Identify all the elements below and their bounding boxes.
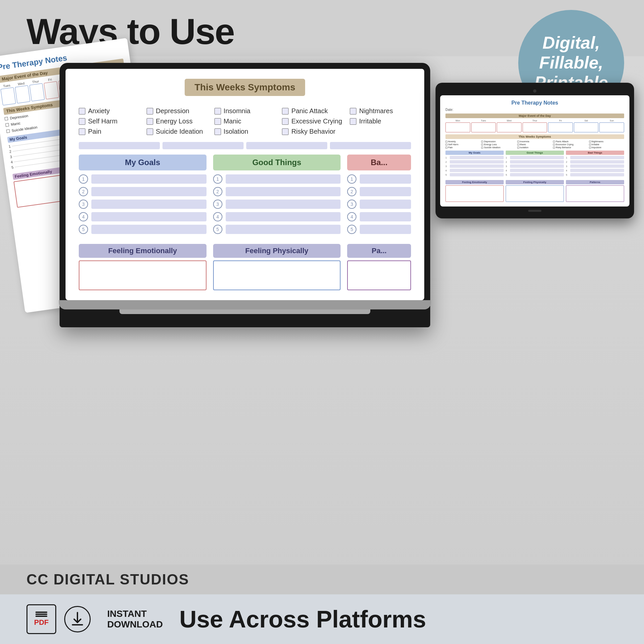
tablet-camera — [533, 89, 536, 93]
footer-bar: PDF INSTANT DOWNLOAD Use Across Platform… — [0, 594, 644, 644]
tablet-symptom-isolation: Isolation — [517, 146, 552, 149]
laptop-symptom-excessive-crying: Excessive Crying — [282, 117, 343, 125]
laptop-good-row-2: 2 — [213, 187, 341, 196]
bottom-section: CC DIGITAL STUDIOS — [0, 565, 644, 594]
laptop-bad-row-2: 2 — [347, 187, 411, 196]
laptop-feeling-row: Feeling Emotionally Feeling Physically P… — [79, 244, 411, 290]
paper-day-wed: Wed — [14, 81, 30, 104]
tablet-day-thur: Thur — [523, 119, 547, 132]
main-container: Ways to Use Digital,Fillable,Printable P… — [0, 0, 644, 644]
laptop-good-things-header: Good Things — [213, 155, 341, 170]
laptop-symptoms-title: This Weeks Symptoms — [185, 79, 305, 96]
tablet-feeling-physically-box — [506, 185, 564, 202]
laptop-goals-row-1: 1 — [79, 174, 207, 184]
pdf-icon-text: PDF — [34, 618, 49, 627]
laptop-feeling-emotionally-box — [79, 260, 207, 290]
download-label: DOWNLOAD — [107, 619, 163, 630]
laptop-feeling-physically-col: Feeling Physically — [213, 244, 341, 290]
tablet-symptom-depression: Depression — [481, 140, 516, 143]
download-icon — [64, 606, 91, 632]
tablet-symptom-nightmares: Nightmares — [589, 140, 624, 143]
laptop-symptom-manic: Manic — [214, 117, 276, 125]
tablet-bad-things-col: Bad Things 1 2 3 4 5 — [566, 151, 624, 177]
brand-name: CC DIGITAL STUDIOS — [26, 571, 618, 588]
pdf-icon: PDF — [26, 604, 56, 634]
content-area: Pre Therapy Notes Major Event of the Day… — [0, 56, 644, 565]
tablet-good-things-header: Good Things — [506, 151, 564, 155]
laptop-symptom-irritable: Irritable — [350, 117, 411, 125]
laptop-patterns-header: Pa... — [347, 244, 411, 258]
laptop-symptom-panic-attack: Panic Attack — [282, 107, 343, 115]
laptop-good-row-3: 3 — [213, 200, 341, 209]
tablet-symptoms-grid: Anxiety Depression Insomnia Panic Attack… — [445, 140, 624, 149]
page-title: Ways to Use — [26, 13, 234, 50]
tablet-good-things-col: Good Things 1 2 3 4 5 — [506, 151, 564, 177]
laptop-patterns-box — [347, 260, 411, 290]
tablet-title: Pre Therapy Notes — [445, 100, 624, 106]
laptop-goals-row-5: 5 — [79, 225, 207, 234]
tablet-my-goals-header: My Goals — [445, 151, 504, 155]
tablet-day-fri: Fri — [548, 119, 573, 132]
tablet-symptoms-header: This Weeks Symptoms — [445, 134, 624, 139]
laptop-bad-row-5: 5 — [347, 225, 411, 234]
laptop-symptom-anxiety: Anxiety — [79, 107, 140, 115]
laptop-screen-inner: This Weeks Symptoms Anxiety Depression I… — [66, 69, 424, 300]
tablet-symptom-energyloss: Energy Loss — [481, 143, 516, 146]
laptop-good-row-1: 1 — [213, 174, 341, 184]
tablet-symptom-risky: Risky Behavior — [553, 146, 588, 149]
tablet-feeling-physically-col: Feeling Physically — [506, 180, 564, 202]
laptop-bad-things-col: Ba... 1 2 3 4 5 — [347, 155, 411, 237]
download-svg — [69, 611, 86, 627]
tablet-outer: Pre Therapy Notes Date: Major Event of t… — [436, 83, 634, 218]
tablet-goals-cols: My Goals 1 2 3 4 5 Good Things 1 2 3 — [445, 151, 624, 177]
tablet-symptom-insomnia: Insomnia — [517, 140, 552, 143]
tablet-symptom-impulsive: Impulsive — [589, 146, 624, 149]
tablet-symptom-pain: Pain — [445, 146, 481, 149]
laptop-bad-row-4: 4 — [347, 212, 411, 221]
laptop-base-bottom — [119, 309, 371, 314]
tablet-day-sat: Sat — [574, 119, 599, 132]
pdf-icon-lines — [35, 612, 47, 617]
tablet-feeling-emotionally-box — [445, 185, 504, 202]
laptop-my-goals-col: My Goals 1 2 3 4 5 — [79, 155, 207, 237]
laptop-feeling-physically-box — [213, 260, 341, 290]
tablet-patterns-col: Patterns — [566, 180, 624, 202]
laptop-screen-outer: This Weeks Symptoms Anxiety Depression I… — [60, 63, 430, 327]
laptop-base — [59, 300, 431, 309]
paper-day-tues: Tues — [0, 83, 16, 106]
laptop-symptoms-grid: Anxiety Depression Insomnia Panic Attack… — [79, 107, 411, 135]
tablet-symptom-panic: Panic Attack — [553, 140, 588, 143]
footer-title: Use Across Platforms — [179, 606, 426, 633]
tablet-my-goals-col: My Goals 1 2 3 4 5 — [445, 151, 504, 177]
tablet-symptom-excessive: Excessive Crying — [553, 143, 588, 146]
tablet-day-mon: Mon — [445, 119, 470, 132]
laptop-symptom-isolation: Isolation — [214, 128, 276, 135]
laptop-device: This Weeks Symptoms Anxiety Depression I… — [60, 63, 430, 327]
tablet-screen: Pre Therapy Notes Date: Major Event of t… — [440, 95, 629, 207]
tablet-symptom-selfharm: Self Harm — [445, 143, 481, 146]
tablet-feeling-physically-header: Feeling Physically — [506, 180, 564, 184]
laptop-good-things-col: Good Things 1 2 3 4 5 — [213, 155, 341, 237]
tablet-device: Pre Therapy Notes Date: Major Event of t… — [436, 83, 634, 218]
laptop-symptom-suicide-ideation: Suicide Ideation — [147, 128, 208, 135]
tablet-major-event-header: Major Event of the Day — [445, 114, 624, 118]
laptop-goals-row-4: 4 — [79, 212, 207, 221]
tablet-feeling-emotionally-col: Feeling Emotionally — [445, 180, 504, 202]
laptop-bad-row-3: 3 — [347, 200, 411, 209]
laptop-my-goals-header: My Goals — [79, 155, 207, 170]
laptop-feeling-emotionally-col: Feeling Emotionally — [79, 244, 207, 290]
instant-download-text: INSTANT DOWNLOAD — [107, 609, 163, 630]
tablet-patterns-box — [566, 185, 624, 202]
tablet-feeling-emotionally-header: Feeling Emotionally — [445, 180, 504, 184]
tablet-symptom-suicide: Suicide Ideation — [481, 146, 516, 149]
tablet-day-tues: Tues — [471, 119, 496, 132]
tablet-bad-things-header: Bad Things — [566, 151, 624, 155]
tablet-day-wed: Wed — [497, 119, 522, 132]
laptop-patterns-col: Pa... — [347, 244, 411, 290]
tablet-days-row: Mon Tues Wed Thur — [445, 119, 624, 132]
laptop-bad-things-header: Ba... — [347, 155, 411, 170]
tablet-home-button — [528, 210, 541, 212]
tablet-day-sun: Sun — [599, 119, 624, 132]
laptop-goals-row-3: 3 — [79, 200, 207, 209]
paper-day-thur: Thur — [29, 79, 45, 102]
